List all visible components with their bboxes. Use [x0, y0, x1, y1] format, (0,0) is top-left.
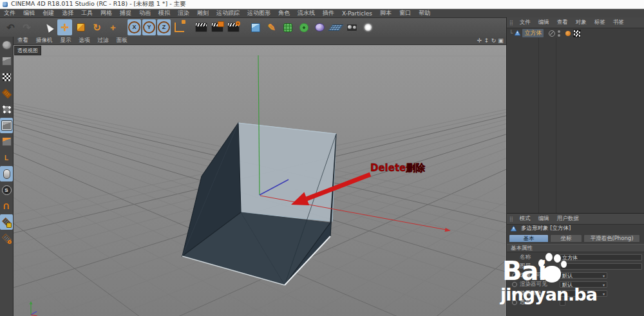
- menu-item[interactable]: 插件: [319, 9, 338, 17]
- snap-settings[interactable]: S: [0, 182, 13, 198]
- spline-pen[interactable]: ✎: [264, 19, 279, 35]
- texture-mode[interactable]: [0, 70, 13, 85]
- object-manager-menu-item[interactable]: 对象: [572, 19, 591, 26]
- workplane-snap[interactable]: [0, 230, 13, 246]
- redo[interactable]: ↷: [19, 19, 34, 35]
- editor-visibility-dot[interactable]: [558, 30, 560, 33]
- edges-mode[interactable]: [0, 118, 13, 133]
- menu-item[interactable]: 文件: [0, 9, 19, 17]
- object-row[interactable]: └ 立方体: [507, 28, 644, 38]
- animation-dot-icon[interactable]: [512, 300, 517, 305]
- move-tool[interactable]: ✛: [57, 19, 72, 35]
- uvw-tag-icon[interactable]: [573, 30, 581, 37]
- lock-z-axis[interactable]: Z: [157, 19, 171, 35]
- menu-item[interactable]: 雕刻: [193, 9, 213, 17]
- zoom-view[interactable]: ↕: [483, 37, 490, 44]
- basic-properties-section[interactable]: 基本属性: [507, 244, 644, 252]
- render-visibility-dot[interactable]: [558, 34, 560, 37]
- animation-dot-icon[interactable]: [512, 291, 517, 296]
- rotate-tool[interactable]: ↻: [90, 19, 104, 35]
- render-to-picture-viewer[interactable]: [210, 19, 225, 35]
- scale-tool[interactable]: [73, 19, 88, 35]
- deformer[interactable]: [296, 19, 311, 35]
- workplane-lock[interactable]: [0, 214, 13, 230]
- viewport-menu-item[interactable]: 选项: [75, 37, 94, 44]
- field-control[interactable]: 默认 ▾: [560, 281, 607, 288]
- animation-dot-icon[interactable]: [512, 282, 517, 287]
- viewport-menu-item[interactable]: 过滤: [94, 37, 113, 44]
- attribute-tab[interactable]: 坐标: [550, 234, 582, 243]
- viewport-menu-item[interactable]: 查看: [14, 37, 32, 44]
- menu-item[interactable]: 动画: [135, 9, 155, 17]
- lock-x-axis[interactable]: X: [128, 19, 141, 35]
- object-manager-menu-item[interactable]: 编辑: [535, 19, 553, 26]
- menu-item[interactable]: 运动图形: [243, 9, 274, 17]
- last-used-tool[interactable]: +: [106, 19, 120, 35]
- field-control[interactable]: ▾: [560, 290, 607, 297]
- object-tree-area[interactable]: [507, 38, 644, 213]
- viewport-menu-item[interactable]: 摄像机: [32, 37, 57, 44]
- menu-item[interactable]: 渲染: [174, 9, 193, 17]
- panel-gripper-icon[interactable]: ⣿: [507, 20, 516, 26]
- menu-item[interactable]: 运动跟踪: [213, 9, 243, 17]
- axis-mode[interactable]: L: [0, 150, 13, 165]
- floor[interactable]: [328, 19, 343, 35]
- pan-view[interactable]: ✛: [476, 37, 483, 44]
- menu-item[interactable]: 创建: [39, 9, 58, 17]
- menu-item[interactable]: 捕捉: [116, 9, 135, 17]
- menu-item[interactable]: 脚本: [376, 9, 395, 17]
- enable-snap[interactable]: U: [0, 198, 13, 214]
- field-control[interactable]: ▾: [560, 263, 642, 270]
- undo[interactable]: ↶: [3, 19, 18, 35]
- object-manager-menu-item[interactable]: 查看: [553, 19, 572, 26]
- workplane-mode[interactable]: [0, 86, 13, 101]
- points-mode[interactable]: [0, 102, 13, 117]
- menu-item[interactable]: 选择: [58, 9, 77, 17]
- object-name[interactable]: 立方体: [522, 29, 544, 37]
- menu-item[interactable]: 网格: [97, 9, 116, 17]
- primitive-cube[interactable]: [248, 19, 263, 35]
- phong-tag-icon[interactable]: [565, 31, 571, 36]
- environment[interactable]: [312, 19, 327, 35]
- menu-item[interactable]: 帮助: [415, 9, 434, 17]
- field-control[interactable]: 默认 ▾: [560, 272, 607, 279]
- animation-dot-icon[interactable]: [512, 273, 517, 278]
- attribute-tab[interactable]: 平滑着色(Phong): [583, 234, 640, 243]
- camera[interactable]: [345, 19, 359, 35]
- object-manager-menu-item[interactable]: 标签: [591, 19, 609, 26]
- view-label[interactable]: 透视视图: [14, 46, 41, 55]
- perspective-viewport[interactable]: Delete删除: [14, 45, 506, 316]
- menu-item[interactable]: 编辑: [19, 9, 39, 17]
- field-control[interactable]: ▾: [560, 300, 565, 306]
- menu-item[interactable]: 流水线: [294, 9, 319, 17]
- render-view[interactable]: [194, 19, 209, 35]
- render-settings[interactable]: [226, 19, 241, 35]
- viewport-menu-item[interactable]: 面板: [113, 37, 131, 44]
- coordinate-system[interactable]: [172, 19, 187, 35]
- menu-item[interactable]: 模拟: [155, 9, 174, 17]
- toggle-view[interactable]: ▣: [497, 37, 504, 44]
- panel-gripper-icon[interactable]: ⣿: [507, 216, 516, 222]
- polygons-mode[interactable]: [0, 134, 13, 149]
- attribute-manager-menu-item[interactable]: 编辑: [535, 215, 553, 223]
- subdivision-surface[interactable]: [280, 19, 295, 35]
- lock-y-axis[interactable]: Y: [142, 19, 156, 35]
- layer-icon[interactable]: [549, 30, 555, 37]
- object-manager-menu-item[interactable]: 书签: [609, 19, 628, 26]
- menu-item[interactable]: 窗口: [395, 9, 415, 17]
- object-manager-menu-item[interactable]: 文件: [516, 19, 535, 26]
- light[interactable]: [361, 19, 375, 35]
- menu-item[interactable]: 工具: [77, 9, 97, 17]
- menu-item[interactable]: 角色: [274, 9, 294, 17]
- live-selection-tool[interactable]: [41, 19, 56, 35]
- rotate-view[interactable]: ↻: [490, 37, 497, 44]
- attribute-manager-menu-item[interactable]: 用户数据: [553, 215, 583, 223]
- viewport-solo[interactable]: [0, 166, 13, 181]
- viewport-menu-item[interactable]: 显示: [57, 37, 75, 44]
- field-control[interactable]: 立方体 ▾: [560, 254, 642, 261]
- model-mode[interactable]: [0, 53, 13, 69]
- make-editable[interactable]: [0, 37, 13, 53]
- attribute-tab[interactable]: 基本: [509, 234, 549, 243]
- menu-item[interactable]: X-Particles: [338, 10, 376, 17]
- attribute-manager-menu-item[interactable]: 模式: [516, 215, 535, 223]
